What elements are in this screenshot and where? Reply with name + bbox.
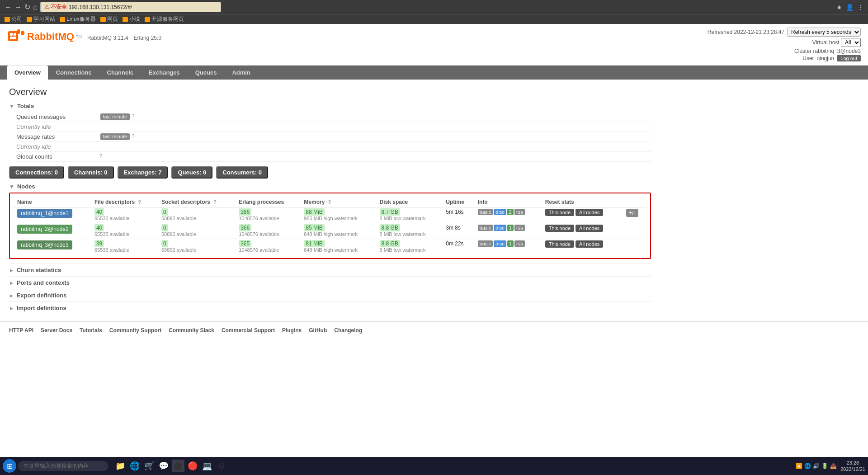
table-row: rabbitmq_2@node24065535 available058892 … [14,223,646,239]
this-node-button-2[interactable]: This node [545,225,574,232]
node-name-btn-1[interactable]: rabbitmq_1@node1 [17,209,72,218]
tag-rss: rss [514,225,525,231]
refresh-select[interactable]: Refresh every 5 seconds [787,28,861,37]
tag-disc: disc [494,240,506,247]
footer-link-changelog[interactable]: Changelog [334,327,362,334]
cluster-label: Cluster [794,48,811,54]
memory-value: 81 MiB [304,240,324,247]
collapsible-arrow-0: ► [9,268,14,273]
file-desc-value: 40 [94,224,104,231]
address-bar[interactable]: 192.168.130.131:15672/#/ [69,4,132,10]
nodes-col-name: Name [14,197,91,207]
count-badge-1[interactable]: Channels: 0 [68,166,114,179]
footer-link-github[interactable]: GitHub [309,327,327,334]
memory-sub: 985 MiB high watermark [304,216,358,221]
rabbitmq-logo-icon [7,28,25,46]
collapsible-arrow-3: ► [9,306,14,311]
logo-tm: TM [76,34,82,39]
help-icon-memory[interactable]: ? [326,199,331,205]
help-icon-socket-descriptors[interactable]: ? [212,199,217,205]
back-button[interactable]: ← [5,3,12,11]
socket-desc-value: 0 [161,240,168,247]
reload-button[interactable]: ↻ [24,3,30,11]
tab-connections[interactable]: Connections [49,66,99,80]
tab-exchanges[interactable]: Exchanges [142,66,187,80]
nodes-col-disk-space: Disk space [376,197,443,207]
collapsible-ports-and-contexts[interactable]: ► Ports and contexts [9,276,651,289]
nodes-col-uptime: Uptime [442,197,474,207]
bookmark-kaiyuan[interactable]: 开源服务网页 [145,15,184,23]
totals-arrow: ▼ [9,103,14,109]
tag-rss: rss [514,240,525,247]
count-badge-2[interactable]: Exchanges: 7 [118,166,168,179]
socket-desc-avail: 58892 available [161,216,196,221]
collapsible-title-2: Export definitions [17,292,67,299]
svg-rect-3 [10,37,16,39]
count-badge-4[interactable]: Consumers: 0 [216,166,268,179]
footer-link-plugins[interactable]: Plugins [282,327,302,334]
tag-basic: basic [478,240,493,247]
collapsible-import-definitions[interactable]: ► Import definitions [9,301,651,314]
tab-overview[interactable]: Overview [7,66,48,80]
disk-value: 8.8 GB [380,240,400,247]
table-row: rabbitmq_3@node33965535 available058892 … [14,239,646,255]
bookmark-linux[interactable]: Linux服务器 [60,15,96,23]
all-nodes-button-2[interactable]: All nodes [576,225,603,232]
tag-1: 1 [507,240,514,247]
help-global[interactable]: ? [99,153,102,160]
footer-link-commercial-support[interactable]: Commercial Support [222,327,275,334]
memory-sub: 848 MiB high watermark [304,247,358,253]
file-desc-avail: 65535 available [94,247,129,253]
logout-button[interactable]: Log out [837,55,861,61]
nodes-col-memory: Memory ? [300,197,376,207]
global-counts-label: Global counts [16,153,98,160]
tab-channels[interactable]: Channels [100,66,141,80]
forward-button[interactable]: → [14,3,22,11]
cluster-value: rabbitmq_3@node3 [813,48,861,54]
erlang-proc-value: 366 [239,224,251,231]
help-icon-file-descriptors[interactable]: ? [137,199,141,205]
bookmark-gongsi[interactable]: 公司 [5,15,22,23]
virtual-host-select[interactable]: All [841,38,861,47]
bookmark-xuexiwangzhan[interactable]: 学习网站 [27,15,55,23]
footer-link-http-api[interactable]: HTTP API [9,327,33,334]
bookmark-wangye[interactable]: 网页 [100,15,118,23]
file-desc-avail: 65535 available [94,231,129,237]
node-name-btn-3[interactable]: rabbitmq_3@node3 [17,240,72,249]
file-desc-avail: 65535 available [94,216,129,221]
tab-queues[interactable]: Queues [188,66,224,80]
this-node-button-1[interactable]: This node [545,209,574,216]
tag-rss: rss [514,209,525,215]
nodes-col-socket-descriptors: Socket descriptors ? [158,197,235,207]
help-rates[interactable]: ? [132,133,134,140]
plus-minus-button[interactable]: +/- [626,209,638,217]
uptime-value: 0m 22s [442,239,474,255]
all-nodes-button-3[interactable]: All nodes [576,240,603,248]
disk-value: 8.8 GB [380,224,400,231]
tab-admin[interactable]: Admin [225,66,257,80]
collapsible-export-definitions[interactable]: ► Export definitions [9,289,651,301]
footer-link-server-docs[interactable]: Server Docs [41,327,72,334]
tag-disc: disc [494,209,506,215]
collapsible-title-3: Import definitions [17,305,66,311]
count-badge-0[interactable]: Connections: 0 [9,166,64,179]
collapsible-churn-statistics[interactable]: ► Churn statistics [9,263,651,276]
erlang-proc-value: 365 [239,240,251,247]
count-badge-3[interactable]: Queues: 0 [171,166,212,179]
this-node-button-3[interactable]: This node [545,240,574,248]
help-queued[interactable]: ? [132,113,134,120]
erlang-proc-avail: 1048576 available [239,247,279,253]
node-name-btn-2[interactable]: rabbitmq_2@node2 [17,225,72,234]
erlang-proc-avail: 1048576 available [239,231,279,237]
footer-link-community-support[interactable]: Community Support [109,327,161,334]
bookmark-xiaoshuo[interactable]: 小说 [123,15,140,23]
memory-value: 85 MiB [304,224,324,231]
erlang-proc-value: 386 [239,208,251,216]
svg-rect-1 [10,33,13,36]
footer-link-tutorials[interactable]: Tutorials [80,327,102,334]
disk-value: 8.7 GB [380,208,400,216]
all-nodes-button-1[interactable]: All nodes [576,209,603,216]
home-button[interactable]: ⌂ [33,3,38,11]
footer-link-community-slack[interactable]: Community Slack [169,327,214,334]
disk-sub: 8 MiB low watermark [380,231,426,237]
